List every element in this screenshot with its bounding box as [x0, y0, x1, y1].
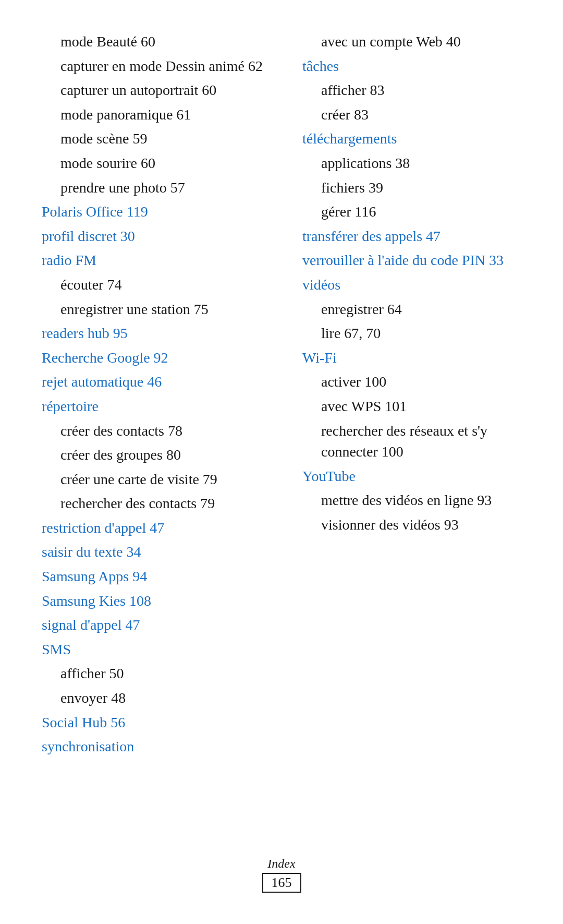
index-heading: synchronisation — [42, 736, 271, 758]
index-sub-entry: créer une carte de visite 79 — [42, 469, 271, 490]
index-sub-entry: rechercher des contacts 79 — [42, 493, 271, 514]
index-heading: Samsung Apps 94 — [42, 566, 271, 587]
index-sub-entry: rechercher des réseaux et s'y connecter … — [302, 421, 532, 463]
index-sub-entry: capturer en mode Dessin animé 62 — [42, 56, 271, 77]
index-heading: tâches — [302, 56, 532, 77]
index-heading: Recherche Google 92 — [42, 347, 271, 369]
index-heading: rejet automatique 46 — [42, 371, 271, 393]
index-heading: Social Hub 56 — [42, 712, 271, 734]
footer-label: Index — [0, 857, 563, 871]
index-sub-entry: mode panoramique 61 — [42, 104, 271, 126]
index-heading: Wi-Fi — [302, 347, 532, 369]
index-sub-entry: avec un compte Web 40 — [302, 31, 532, 53]
index-sub-entry: mettre des vidéos en ligne 93 — [302, 490, 532, 511]
index-sub-entry: gérer 116 — [302, 201, 532, 223]
index-sub-entry: créer des contacts 78 — [42, 421, 271, 442]
index-sub-entry: mode sourire 60 — [42, 153, 271, 174]
right-column: avec un compte Web 40tâchesafficher 83cr… — [287, 31, 532, 761]
index-heading: téléchargements — [302, 128, 532, 150]
index-heading: readers hub 95 — [42, 323, 271, 344]
index-heading: signal d'appel 47 — [42, 615, 271, 636]
index-sub-entry: enregistrer 64 — [302, 299, 532, 320]
index-sub-entry: enregistrer une station 75 — [42, 299, 271, 320]
left-column: mode Beauté 60capturer en mode Dessin an… — [42, 31, 287, 761]
index-sub-entry: prendre une photo 57 — [42, 177, 271, 199]
index-sub-entry: créer 83 — [302, 104, 532, 126]
index-sub-entry: créer des groupes 80 — [42, 445, 271, 466]
index-sub-entry: lire 67, 70 — [302, 323, 532, 344]
index-heading: répertoire — [42, 396, 271, 417]
index-sub-entry: capturer un autoportrait 60 — [42, 80, 271, 101]
index-sub-entry: fichiers 39 — [302, 177, 532, 199]
page-footer: Index 165 — [0, 857, 563, 893]
index-sub-entry: afficher 50 — [42, 663, 271, 685]
index-heading: Samsung Kies 108 — [42, 591, 271, 612]
index-sub-entry: mode scène 59 — [42, 128, 271, 150]
index-sub-entry: afficher 83 — [302, 80, 532, 101]
index-heading: SMS — [42, 639, 271, 661]
index-sub-entry: écouter 74 — [42, 274, 271, 296]
index-heading: restriction d'appel 47 — [42, 518, 271, 539]
index-heading: YouTube — [302, 466, 532, 487]
page-container: mode Beauté 60capturer en mode Dessin an… — [0, 0, 563, 823]
index-sub-entry: applications 38 — [302, 153, 532, 174]
index-sub-entry: avec WPS 101 — [302, 396, 532, 417]
index-heading: saisir du texte 34 — [42, 542, 271, 563]
index-heading: Polaris Office 119 — [42, 201, 271, 223]
index-heading: vidéos — [302, 274, 532, 296]
index-heading: verrouiller à l'aide du code PIN 33 — [302, 250, 532, 271]
index-sub-entry: envoyer 48 — [42, 688, 271, 709]
index-sub-entry: mode Beauté 60 — [42, 31, 271, 53]
footer-page: 165 — [262, 873, 301, 893]
index-heading: transférer des appels 47 — [302, 226, 532, 247]
index-heading: radio FM — [42, 250, 271, 271]
index-heading: profil discret 30 — [42, 226, 271, 247]
index-sub-entry: activer 100 — [302, 371, 532, 393]
index-sub-entry: visionner des vidéos 93 — [302, 514, 532, 536]
